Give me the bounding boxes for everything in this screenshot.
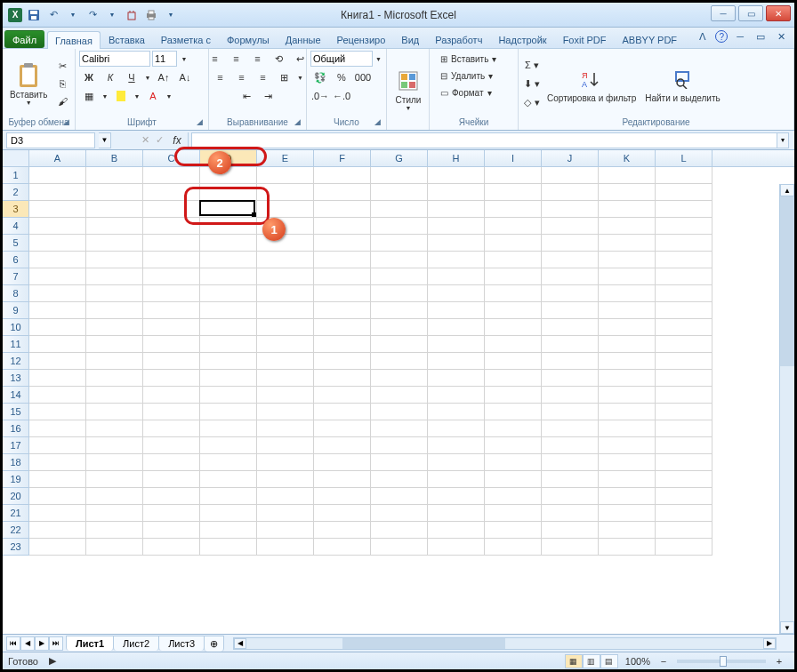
cell-I12[interactable] <box>485 353 542 370</box>
cell-G2[interactable] <box>371 184 428 201</box>
cell-L23[interactable] <box>656 539 712 556</box>
cell-D23[interactable] <box>200 539 257 556</box>
cell-J5[interactable] <box>542 235 599 252</box>
cell-A3[interactable] <box>29 201 86 218</box>
cell-H7[interactable] <box>428 268 485 285</box>
cell-E7[interactable] <box>257 268 314 285</box>
cell-B17[interactable] <box>86 437 143 454</box>
cell-B10[interactable] <box>86 319 143 336</box>
cell-I6[interactable] <box>485 252 542 268</box>
cell-I16[interactable] <box>485 420 542 437</box>
cell-C13[interactable] <box>143 370 200 387</box>
cell-C16[interactable] <box>143 420 200 437</box>
cell-E12[interactable] <box>257 353 314 370</box>
cell-E20[interactable] <box>257 488 314 505</box>
cell-J12[interactable] <box>542 353 599 370</box>
cell-A5[interactable] <box>29 235 86 252</box>
cell-B3[interactable] <box>86 201 143 218</box>
cell-K20[interactable] <box>599 488 656 505</box>
close-button[interactable]: ✕ <box>766 5 791 21</box>
cell-E9[interactable] <box>257 302 314 319</box>
cell-A14[interactable] <box>29 387 86 404</box>
cell-C21[interactable] <box>143 505 200 522</box>
cell-H5[interactable] <box>428 235 485 252</box>
cell-C22[interactable] <box>143 522 200 539</box>
currency-button[interactable]: 💱 <box>310 69 330 85</box>
cell-B7[interactable] <box>86 268 143 285</box>
row-header-20[interactable]: 20 <box>3 488 29 505</box>
copy-button[interactable]: ⎘ <box>52 76 72 92</box>
cell-K11[interactable] <box>599 336 656 353</box>
cell-B21[interactable] <box>86 505 143 522</box>
cell-F1[interactable] <box>314 167 371 184</box>
column-header-H[interactable]: H <box>428 150 485 166</box>
cell-F7[interactable] <box>314 268 371 285</box>
tab-addins[interactable]: Надстройк <box>490 30 554 48</box>
cell-G5[interactable] <box>371 235 428 252</box>
cell-K16[interactable] <box>599 420 656 437</box>
cell-A23[interactable] <box>29 539 86 556</box>
cell-F22[interactable] <box>314 522 371 539</box>
tab-abbyy[interactable]: ABBYY PDF <box>615 30 686 48</box>
cell-D15[interactable] <box>200 404 257 420</box>
sheet-tab-3[interactable]: Лист3 <box>158 636 205 651</box>
align-right-button[interactable]: ≡ <box>254 69 273 85</box>
formula-input[interactable] <box>191 132 782 148</box>
cell-K2[interactable] <box>599 184 656 201</box>
format-painter-button[interactable]: 🖌 <box>52 93 72 109</box>
cell-I1[interactable] <box>485 167 542 184</box>
cell-C15[interactable] <box>143 404 200 420</box>
column-header-J[interactable]: J <box>542 150 599 166</box>
formula-cancel-button[interactable]: ✕ <box>138 132 152 148</box>
cell-D6[interactable] <box>200 252 257 268</box>
view-page-layout-button[interactable]: ▥ <box>583 654 600 668</box>
merge-button[interactable]: ⊞ <box>275 69 294 85</box>
cell-L2[interactable] <box>656 184 712 201</box>
tab-review[interactable]: Рецензиро <box>329 30 394 48</box>
qat-undo-dropdown[interactable]: ▼ <box>65 7 81 23</box>
cell-L4[interactable] <box>656 218 712 235</box>
comma-button[interactable]: 000 <box>353 69 373 85</box>
cell-E3[interactable] <box>257 201 314 218</box>
cell-J17[interactable] <box>542 437 599 454</box>
fill-color-button[interactable] <box>111 88 131 104</box>
cell-J1[interactable] <box>542 167 599 184</box>
cell-I15[interactable] <box>485 404 542 420</box>
cell-F15[interactable] <box>314 404 371 420</box>
column-header-E[interactable]: E <box>257 150 314 166</box>
tab-data[interactable]: Данные <box>278 30 329 48</box>
help-icon[interactable]: ? <box>715 30 728 43</box>
scroll-up-button[interactable]: ▲ <box>780 184 794 196</box>
cell-H15[interactable] <box>428 404 485 420</box>
cell-C7[interactable] <box>143 268 200 285</box>
cell-B9[interactable] <box>86 302 143 319</box>
cell-L6[interactable] <box>656 252 712 268</box>
cell-J8[interactable] <box>542 285 599 302</box>
grid-rows[interactable]: 1234567891011121314151617181920212223 ▲ … <box>3 167 794 634</box>
cell-I22[interactable] <box>485 522 542 539</box>
cell-A19[interactable] <box>29 471 86 488</box>
cell-D8[interactable] <box>200 285 257 302</box>
cell-A18[interactable] <box>29 454 86 471</box>
font-launcher[interactable]: ◢ <box>197 117 203 126</box>
underline-button[interactable]: Ч <box>122 69 141 85</box>
hscroll-left[interactable]: ◀ <box>234 638 246 649</box>
cell-E18[interactable] <box>257 454 314 471</box>
cell-B8[interactable] <box>86 285 143 302</box>
decrease-decimal-button[interactable]: ←.0 <box>332 88 351 104</box>
formula-expand-button[interactable]: ▾ <box>777 132 789 148</box>
row-header-21[interactable]: 21 <box>3 505 29 522</box>
cell-F5[interactable] <box>314 235 371 252</box>
cell-C19[interactable] <box>143 471 200 488</box>
cell-G3[interactable] <box>371 201 428 218</box>
cell-G6[interactable] <box>371 252 428 268</box>
cell-H11[interactable] <box>428 336 485 353</box>
cell-D2[interactable] <box>200 184 257 201</box>
cell-B23[interactable] <box>86 539 143 556</box>
select-all-corner[interactable] <box>3 150 29 166</box>
cell-F14[interactable] <box>314 387 371 404</box>
cell-D12[interactable] <box>200 353 257 370</box>
qat-print-button[interactable] <box>143 7 159 23</box>
new-sheet-button[interactable]: ⊕ <box>204 636 224 652</box>
cell-F16[interactable] <box>314 420 371 437</box>
